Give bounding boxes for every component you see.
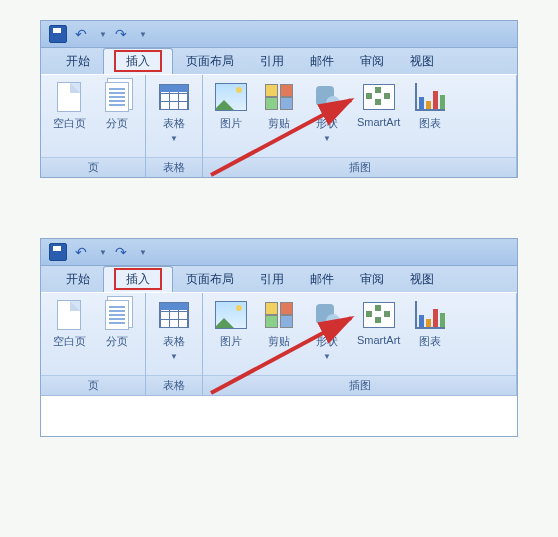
ribbon-tabs: 开始 插入 页面布局 引用 邮件 审阅 视图 bbox=[41, 266, 517, 292]
document-area bbox=[41, 395, 517, 436]
blank-page-icon bbox=[57, 82, 81, 112]
clipart-icon bbox=[265, 84, 293, 110]
page-break-icon bbox=[105, 300, 129, 330]
picture-icon bbox=[215, 301, 247, 329]
tab-pagelayout[interactable]: 页面布局 bbox=[173, 48, 247, 74]
clipart-button[interactable]: 剪贴 bbox=[255, 79, 303, 133]
group-pages-label: 页 bbox=[41, 375, 145, 395]
save-icon[interactable] bbox=[49, 243, 67, 261]
table-button[interactable]: 表格 ▼ bbox=[150, 297, 198, 363]
group-tables-label: 表格 bbox=[146, 375, 202, 395]
undo-dropdown-icon[interactable]: ▼ bbox=[99, 248, 107, 257]
smartart-label: SmartArt bbox=[357, 116, 400, 128]
smartart-button[interactable]: SmartArt bbox=[351, 79, 406, 130]
shapes-button[interactable]: 形状 ▼ bbox=[303, 297, 351, 363]
picture-label: 图片 bbox=[220, 116, 242, 131]
tab-review[interactable]: 审阅 bbox=[347, 266, 397, 292]
table-label: 表格 bbox=[163, 334, 185, 349]
tab-insert[interactable]: 插入 bbox=[103, 266, 173, 292]
table-label: 表格 bbox=[163, 116, 185, 131]
shapes-icon bbox=[314, 84, 340, 110]
group-pages-label: 页 bbox=[41, 157, 145, 177]
tab-view[interactable]: 视图 bbox=[397, 48, 447, 74]
ribbon-body: 空白页 分页 页 表格 ▼ 表格 bbox=[41, 74, 517, 177]
qat-customize-icon[interactable]: ▼ bbox=[139, 248, 147, 257]
table-icon bbox=[159, 84, 189, 110]
ribbon-screenshot-2: ▼ ▼ 开始 插入 页面布局 引用 邮件 审阅 视图 空白页 分页 页 bbox=[40, 238, 518, 437]
clipart-icon bbox=[265, 302, 293, 328]
picture-icon bbox=[215, 83, 247, 111]
group-illustrations: 图片 剪贴 形状 ▼ SmartArt 图表 bbox=[203, 293, 517, 395]
smartart-button[interactable]: SmartArt bbox=[351, 297, 406, 348]
tab-review[interactable]: 审阅 bbox=[347, 48, 397, 74]
picture-button[interactable]: 图片 bbox=[207, 79, 255, 133]
group-tables: 表格 ▼ 表格 bbox=[146, 293, 203, 395]
clipart-label: 剪贴 bbox=[268, 116, 290, 131]
tab-start[interactable]: 开始 bbox=[53, 266, 103, 292]
quick-access-toolbar: ▼ ▼ bbox=[41, 21, 517, 48]
undo-dropdown-icon[interactable]: ▼ bbox=[99, 30, 107, 39]
tab-view[interactable]: 视图 bbox=[397, 266, 447, 292]
blank-page-label: 空白页 bbox=[53, 334, 86, 349]
table-dropdown-icon: ▼ bbox=[170, 352, 178, 361]
chart-icon bbox=[415, 83, 445, 111]
page-break-label: 分页 bbox=[106, 334, 128, 349]
ribbon-screenshot-1: ▼ ▼ 开始 插入 页面布局 引用 邮件 审阅 视图 空白页 分页 页 bbox=[40, 20, 518, 178]
insert-highlight: 插入 bbox=[114, 268, 162, 290]
group-pages: 空白页 分页 页 bbox=[41, 293, 146, 395]
ribbon-body: 空白页 分页 页 表格 ▼ 表格 bbox=[41, 292, 517, 395]
shapes-label: 形状 bbox=[316, 116, 338, 131]
ribbon-tabs: 开始 插入 页面布局 引用 邮件 审阅 视图 bbox=[41, 48, 517, 74]
undo-icon[interactable] bbox=[75, 26, 91, 42]
blank-page-button[interactable]: 空白页 bbox=[45, 297, 93, 351]
smartart-icon bbox=[363, 84, 395, 110]
clipart-button[interactable]: 剪贴 bbox=[255, 297, 303, 351]
shapes-dropdown-icon: ▼ bbox=[323, 134, 331, 143]
chart-label: 图表 bbox=[419, 116, 441, 131]
tab-mailings[interactable]: 邮件 bbox=[297, 266, 347, 292]
table-button[interactable]: 表格 ▼ bbox=[150, 79, 198, 145]
tab-start[interactable]: 开始 bbox=[53, 48, 103, 74]
shapes-button[interactable]: 形状 ▼ bbox=[303, 79, 351, 145]
group-tables: 表格 ▼ 表格 bbox=[146, 75, 203, 177]
group-pages: 空白页 分页 页 bbox=[41, 75, 146, 177]
shapes-icon bbox=[314, 302, 340, 328]
tab-references[interactable]: 引用 bbox=[247, 266, 297, 292]
shapes-dropdown-icon: ▼ bbox=[323, 352, 331, 361]
page-break-button[interactable]: 分页 bbox=[93, 79, 141, 133]
table-dropdown-icon: ▼ bbox=[170, 134, 178, 143]
redo-icon[interactable] bbox=[115, 26, 131, 42]
group-illustrations-label: 插图 bbox=[203, 157, 516, 177]
picture-button[interactable]: 图片 bbox=[207, 297, 255, 351]
chart-icon bbox=[415, 301, 445, 329]
chart-label: 图表 bbox=[419, 334, 441, 349]
clipart-label: 剪贴 bbox=[268, 334, 290, 349]
page-break-icon bbox=[105, 82, 129, 112]
group-tables-label: 表格 bbox=[146, 157, 202, 177]
smartart-icon bbox=[363, 302, 395, 328]
page-break-button[interactable]: 分页 bbox=[93, 297, 141, 351]
page-break-label: 分页 bbox=[106, 116, 128, 131]
tab-insert[interactable]: 插入 bbox=[103, 48, 173, 74]
undo-icon[interactable] bbox=[75, 244, 91, 260]
smartart-label: SmartArt bbox=[357, 334, 400, 346]
qat-customize-icon[interactable]: ▼ bbox=[139, 30, 147, 39]
group-illustrations-label: 插图 bbox=[203, 375, 516, 395]
blank-page-icon bbox=[57, 300, 81, 330]
tab-pagelayout[interactable]: 页面布局 bbox=[173, 266, 247, 292]
blank-page-button[interactable]: 空白页 bbox=[45, 79, 93, 133]
tab-references[interactable]: 引用 bbox=[247, 48, 297, 74]
tab-mailings[interactable]: 邮件 bbox=[297, 48, 347, 74]
insert-highlight: 插入 bbox=[114, 50, 162, 72]
picture-label: 图片 bbox=[220, 334, 242, 349]
blank-page-label: 空白页 bbox=[53, 116, 86, 131]
save-icon[interactable] bbox=[49, 25, 67, 43]
group-illustrations: 图片 剪贴 形状 ▼ SmartArt 图表 bbox=[203, 75, 517, 177]
chart-button[interactable]: 图表 bbox=[406, 79, 454, 133]
redo-icon[interactable] bbox=[115, 244, 131, 260]
chart-button[interactable]: 图表 bbox=[406, 297, 454, 351]
table-icon bbox=[159, 302, 189, 328]
quick-access-toolbar: ▼ ▼ bbox=[41, 239, 517, 266]
shapes-label: 形状 bbox=[316, 334, 338, 349]
